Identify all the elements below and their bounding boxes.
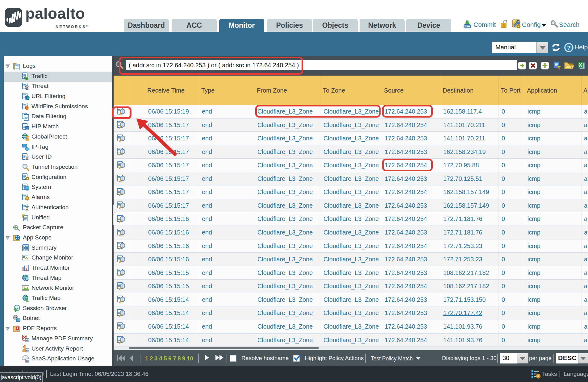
svg-text:A: A [16, 327, 19, 330]
svg-text:?: ? [567, 44, 571, 51]
